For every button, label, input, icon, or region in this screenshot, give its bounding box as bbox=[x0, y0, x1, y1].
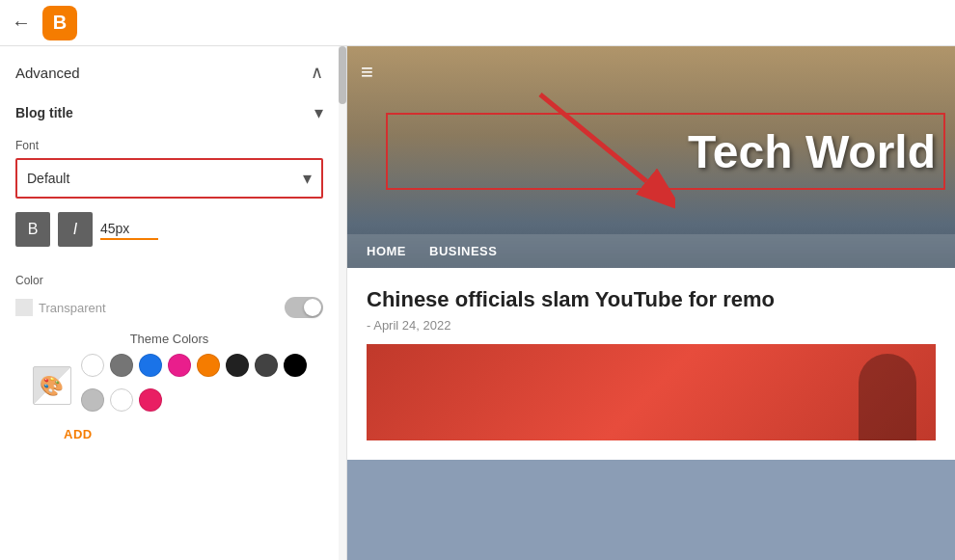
color-swatch-dark[interactable] bbox=[226, 354, 249, 377]
scrollbar-track bbox=[339, 46, 346, 560]
color-swatch-lightgray[interactable] bbox=[81, 388, 104, 412]
blog-title-row[interactable]: Blog title ▾ bbox=[0, 94, 339, 139]
color-swatch-pink[interactable] bbox=[168, 354, 191, 377]
chevron-up-icon: ∧ bbox=[311, 62, 323, 83]
blog-title-label: Blog title bbox=[15, 105, 73, 120]
left-panel: Advanced ∧ Blog title ▾ Font Default ▾ B… bbox=[0, 46, 347, 560]
color-swatch-gray[interactable] bbox=[110, 354, 133, 377]
toggle-knob bbox=[304, 299, 321, 316]
font-size-input[interactable] bbox=[100, 219, 158, 240]
preview-content: Chinese officials slam YouTube for remo … bbox=[347, 268, 955, 460]
palette-icon: 🎨 bbox=[40, 374, 64, 397]
topbar: ← B bbox=[0, 0, 955, 46]
font-select-arrow-icon: ▾ bbox=[303, 168, 312, 189]
color-swatch-orange[interactable] bbox=[197, 354, 220, 377]
main-content: Advanced ∧ Blog title ▾ Font Default ▾ B… bbox=[0, 46, 955, 560]
preview-header: ≡ Tech World HOME BUSINESS bbox=[347, 46, 955, 268]
blogger-logo: B bbox=[42, 6, 77, 40]
transparent-swatch bbox=[15, 299, 33, 316]
color-swatch-blue[interactable] bbox=[139, 354, 162, 377]
color-row-1 bbox=[81, 354, 307, 377]
text-format-row: B I bbox=[15, 212, 323, 247]
color-swatch-brightpink[interactable] bbox=[139, 388, 162, 412]
blog-post-title: Chinese officials slam YouTube for remo bbox=[367, 287, 936, 312]
theme-colors-label: Theme Colors bbox=[15, 332, 323, 346]
custom-color-button[interactable]: 🎨 bbox=[33, 366, 71, 405]
right-panel: ≡ Tech World HOME BUSINESS bbox=[347, 46, 955, 560]
advanced-section-header[interactable]: Advanced ∧ bbox=[0, 46, 339, 94]
color-swatch-black[interactable] bbox=[284, 354, 307, 377]
blog-title-dropdown-arrow: ▾ bbox=[314, 102, 323, 123]
color-row-2 bbox=[81, 388, 307, 412]
italic-button[interactable]: I bbox=[58, 212, 93, 247]
font-label: Font bbox=[15, 139, 323, 152]
blog-title-preview: Tech World bbox=[688, 125, 936, 178]
transparent-label-group: Transparent bbox=[15, 299, 106, 316]
color-palette: 🎨 bbox=[15, 354, 323, 417]
advanced-section-title: Advanced bbox=[15, 65, 80, 81]
post-thumbnail bbox=[367, 344, 936, 440]
font-select[interactable]: Default ▾ bbox=[15, 158, 323, 199]
color-swatch-white[interactable] bbox=[81, 354, 104, 377]
color-row-main: 🎨 bbox=[33, 354, 307, 417]
color-section: Color Transparent Theme Colors bbox=[0, 262, 339, 454]
add-color-button[interactable]: ADD bbox=[64, 427, 93, 441]
font-section: Font Default ▾ B I bbox=[0, 139, 339, 262]
preview-nav: HOME BUSINESS bbox=[347, 234, 955, 268]
nav-business[interactable]: BUSINESS bbox=[429, 244, 497, 258]
transparent-label: Transparent bbox=[39, 301, 106, 315]
bold-button[interactable]: B bbox=[15, 212, 50, 247]
font-select-value: Default bbox=[27, 171, 69, 186]
svg-line-1 bbox=[540, 94, 646, 181]
transparent-row: Transparent bbox=[15, 297, 323, 318]
preview-menu-icon[interactable]: ≡ bbox=[361, 60, 373, 85]
nav-home[interactable]: HOME bbox=[367, 244, 406, 258]
transparent-toggle[interactable] bbox=[285, 297, 323, 318]
color-label: Color bbox=[15, 274, 323, 287]
color-swatch-white2[interactable] bbox=[110, 388, 133, 412]
blog-post-date: - April 24, 2022 bbox=[367, 318, 936, 333]
color-swatch-darkgray[interactable] bbox=[255, 354, 278, 377]
red-arrow-annotation bbox=[482, 75, 675, 220]
back-button[interactable]: ← bbox=[12, 12, 31, 34]
scrollbar-thumb[interactable] bbox=[339, 46, 346, 104]
